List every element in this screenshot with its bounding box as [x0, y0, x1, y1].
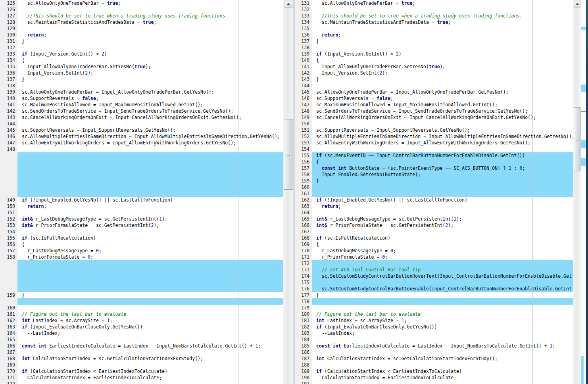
code-line[interactable] — [312, 44, 573, 51]
code-line[interactable]: sc.AllowMultipleEntriesInSameDirection =… — [312, 133, 573, 140]
code-line[interactable] — [17, 184, 283, 190]
code-line[interactable]: if (CalculationStartIndex < EarliestInde… — [312, 368, 573, 374]
code-line[interactable] — [17, 279, 283, 286]
code-row[interactable]: 156{ — [0, 241, 283, 248]
code-line[interactable]: sc.AllowOnlyOneTradePerBar = true; — [312, 0, 573, 6]
code-row[interactable]: 146sc.AllowMultipleEntriesInSameDirectio… — [0, 133, 283, 140]
code-row[interactable]: 144 — [294, 83, 573, 89]
code-row[interactable]: 182if (Input_EvaluateOnBarCloseOnly.GetY… — [294, 324, 573, 330]
overview-diff-marker[interactable] — [581, 84, 586, 92]
diff-highlight-row[interactable]: 176 sc.SetCustomStudyControlBarButtonEna… — [294, 286, 573, 292]
code-line[interactable]: // Figure out the last bar to evaluate — [17, 311, 283, 317]
diff-highlight-row[interactable]: 173 // set ACS Tool Control Bar tool tip — [294, 267, 573, 273]
code-line[interactable] — [17, 273, 283, 279]
code-line[interactable] — [17, 152, 283, 159]
code-row[interactable]: 166int& r_PriorFormulaState = sc.GetPers… — [294, 222, 573, 228]
code-line[interactable]: if (Input_EvaluateOnBarCloseOnly.GetYesN… — [17, 324, 283, 330]
scroll-up-button-left[interactable] — [284, 0, 293, 8]
code-line[interactable] — [17, 121, 283, 127]
code-line[interactable] — [312, 6, 573, 13]
code-line[interactable]: } — [312, 292, 573, 298]
code-line[interactable]: } — [17, 292, 283, 298]
code-line[interactable] — [312, 209, 573, 216]
code-row[interactable]: 134{ — [0, 57, 283, 63]
code-row[interactable]: 139if (Input_Version.GetInt() < 2) — [294, 51, 573, 57]
code-row[interactable]: 169{ — [294, 241, 573, 248]
code-line[interactable]: sc.CancelAllWorkingOrdersOnExit = Input_… — [17, 114, 283, 121]
code-line[interactable]: if (Input_Version.GetInt() < 2) — [17, 51, 283, 57]
code-line[interactable]: } — [312, 38, 573, 44]
code-row[interactable]: 153sc.AllowEntryWithWorkingOrders = Inpu… — [294, 140, 573, 146]
diff-highlight-row[interactable] — [0, 279, 283, 286]
code-row[interactable]: 158 r_PriorFormulaState = 0; — [0, 254, 283, 260]
code-row[interactable]: 186 — [294, 349, 573, 355]
code-line[interactable]: int& r_LastDebugMessageType = sc.GetPers… — [312, 216, 573, 222]
code-line[interactable]: //This should be set to true when a trad… — [312, 13, 573, 19]
right-pane-scrollbar[interactable] — [573, 0, 581, 384]
code-row[interactable]: 141 Input_AllowOnlyOneTradePerBar.SetYes… — [294, 63, 573, 70]
code-line[interactable]: } — [17, 38, 283, 44]
code-row[interactable]: 127 //This should be set to true when a … — [0, 13, 283, 19]
diff-highlight-row[interactable]: 178 — [294, 298, 573, 305]
diff-highlight-row[interactable]: 172 — [294, 260, 573, 267]
code-row[interactable]: 125 sc.AllowOnlyOneTradePerBar = true; — [0, 0, 283, 6]
code-row[interactable]: 132 — [294, 6, 573, 13]
code-line[interactable]: } — [312, 76, 573, 83]
code-line[interactable]: const int EarliestIndexToCalculate = Las… — [17, 343, 283, 349]
code-line[interactable]: Input_Version.SetInt(2); — [17, 70, 283, 76]
code-line[interactable] — [17, 6, 283, 13]
code-line[interactable] — [17, 349, 283, 355]
code-line[interactable]: sc.AllowMultipleEntriesInSameDirection =… — [17, 133, 283, 140]
code-row[interactable]: 168if (sc.IsFullRecalculation) — [294, 235, 573, 241]
code-row[interactable]: 148 — [0, 146, 283, 152]
code-line[interactable]: Input_AllowOnlyOneTradePerBar.SetYesNo(t… — [312, 63, 573, 70]
code-row[interactable]: 129 — [0, 25, 283, 32]
diff-highlight-row[interactable] — [0, 286, 283, 292]
code-row[interactable]: 139sc.AllowOnlyOneTradePerBar = Input_Al… — [0, 89, 283, 95]
code-row[interactable]: 152int& r_LastDebugMessageType = sc.GetP… — [0, 216, 283, 222]
code-row[interactable]: 154 — [294, 146, 573, 152]
code-line[interactable]: int& r_PriorFormulaState = sc.GetPersist… — [312, 222, 573, 228]
code-row[interactable]: 159} — [0, 292, 283, 298]
code-row[interactable]: 135 Input_AllowOnlyOneTradePerBar.SetYes… — [0, 63, 283, 70]
code-row[interactable]: 191 — [294, 381, 573, 384]
code-row[interactable]: 149if (!Input_Enabled.GetYesNo() || sc.L… — [0, 197, 283, 203]
code-line[interactable]: sc.MaximumPositionAllowed = Input_Maximu… — [312, 102, 573, 108]
code-line[interactable]: sc.AllowEntryWithWorkingOrders = Input_A… — [312, 140, 573, 146]
code-line[interactable]: if (sc.MenuEventID == Input_ControlBarBu… — [312, 152, 573, 159]
diff-highlight-row[interactable] — [0, 165, 283, 171]
diff-highlight-row[interactable]: 159} — [294, 178, 573, 184]
code-line[interactable]: if (Input_Version.GetInt() < 2) — [312, 51, 573, 57]
code-line[interactable] — [312, 146, 573, 152]
code-line[interactable] — [312, 298, 573, 305]
code-row[interactable]: 163 return; — [294, 203, 573, 209]
code-line[interactable]: const int EarliestIndexToCalculate = Las… — [312, 343, 573, 349]
code-row[interactable]: 170 r_LastDebugMessageType = 0; — [294, 248, 573, 254]
code-line[interactable] — [17, 159, 283, 165]
code-line[interactable] — [312, 121, 573, 127]
code-row[interactable]: 169 — [0, 362, 283, 368]
code-line[interactable]: Input_Version.SetInt(2); — [312, 70, 573, 76]
code-row[interactable]: 126 — [0, 6, 283, 13]
code-line[interactable]: { — [17, 241, 283, 248]
code-row[interactable]: 164 — [294, 209, 573, 216]
code-row[interactable]: 136 Input_Version.SetInt(2); — [0, 70, 283, 76]
diff-location-overview[interactable] — [581, 0, 586, 384]
code-row[interactable]: 137} — [0, 76, 283, 83]
diff-highlight-row[interactable]: 175 — [294, 279, 573, 286]
overview-diff-marker[interactable] — [581, 158, 586, 166]
code-line[interactable] — [312, 83, 573, 89]
code-line[interactable] — [312, 381, 573, 384]
code-line[interactable]: // Figure out the last bar to evaluate — [312, 311, 573, 317]
code-row[interactable]: 146sc.SupportReversals = false; — [294, 95, 573, 102]
code-line[interactable]: return; — [17, 32, 283, 38]
code-line[interactable]: return; — [17, 203, 283, 209]
code-row[interactable]: 143sc.CancelAllWorkingOrdersOnExit = Inp… — [0, 114, 283, 121]
overview-diff-marker[interactable] — [581, 356, 584, 384]
code-line[interactable]: if (sc.IsFullRecalculation) — [312, 235, 573, 241]
code-line[interactable]: CalculationStartIndex = EarliestIndexToC… — [17, 374, 283, 381]
code-line[interactable]: if (CalculationStartIndex < EarliestInde… — [17, 368, 283, 374]
code-line[interactable]: r_LastDebugMessageType = 0; — [17, 248, 283, 254]
code-line[interactable]: sc.AllowOnlyOneTradePerBar = Input_Allow… — [17, 89, 283, 95]
code-row[interactable]: 168int CalculationStartIndex = sc.GetCal… — [0, 355, 283, 362]
